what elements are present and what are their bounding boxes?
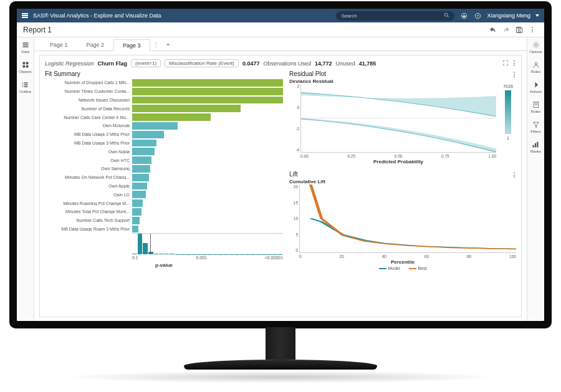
rail-ranks[interactable]: Ranks bbox=[530, 141, 541, 153]
lift-chart[interactable]: 20151050 bbox=[299, 184, 516, 253]
fit-bar-row[interactable]: Number of Data Records bbox=[45, 104, 283, 113]
rail-actions[interactable]: Actions bbox=[530, 81, 542, 93]
fit-bar-row[interactable]: Own Motorola bbox=[45, 122, 283, 130]
redo-button[interactable] bbox=[501, 24, 512, 36]
fit-bar-label: Own Motorola bbox=[45, 123, 132, 128]
svg-point-19 bbox=[534, 44, 537, 47]
fit-bar-row[interactable]: Own Samsung bbox=[45, 165, 283, 173]
fit-bar-label: Minutes On Network Pct Chang... bbox=[45, 175, 132, 179]
user-menu[interactable]: Xiangxiang Meng bbox=[487, 12, 530, 19]
fit-bar-label: Minutes Total Pct Change Mont... bbox=[45, 209, 132, 214]
fit-bar-row[interactable]: Number Calls Tech Support bbox=[45, 216, 283, 225]
svg-point-12 bbox=[22, 82, 24, 84]
fit-bar-row[interactable]: Minutes Total Pct Change Mont... bbox=[45, 208, 283, 216]
app-title: SAS® Visual Analytics - Explore and Visu… bbox=[33, 12, 161, 19]
rail-filters[interactable]: Filters bbox=[530, 121, 540, 133]
page-tabs: Page 1Page 2Page 3⋮+ bbox=[34, 37, 527, 51]
svg-point-20 bbox=[535, 62, 537, 65]
lift-legend: ModelBest bbox=[289, 266, 516, 270]
rail-rules[interactable]: Rules bbox=[531, 101, 540, 113]
add-tab-button[interactable]: + bbox=[161, 38, 175, 50]
tab-page-1[interactable]: Page 1 bbox=[41, 39, 77, 50]
fit-bar-row[interactable]: Own Nokia bbox=[45, 147, 283, 156]
tab-menu-button[interactable]: ⋮ bbox=[150, 39, 161, 50]
more-button[interactable] bbox=[527, 24, 538, 36]
fit-bar-label: Own Apple bbox=[45, 184, 132, 188]
rail-objects[interactable]: Objects bbox=[19, 61, 31, 74]
fit-bar-row[interactable]: Own Apple bbox=[45, 182, 283, 191]
svg-point-0 bbox=[445, 13, 448, 16]
event-selector[interactable]: (event=1) bbox=[131, 59, 161, 67]
svg-rect-11 bbox=[26, 65, 28, 68]
svg-rect-6 bbox=[22, 44, 28, 45]
search-icon bbox=[444, 12, 449, 19]
svg-rect-25 bbox=[535, 143, 536, 148]
fit-bar-label: Number Times Customer Conta... bbox=[45, 89, 132, 93]
fit-bar-row[interactable]: Number of Dropped Calls 1 Mth... bbox=[45, 79, 283, 87]
svg-text:?: ? bbox=[477, 14, 479, 17]
search-placeholder: Search bbox=[341, 13, 357, 19]
lift-menu-button[interactable] bbox=[512, 171, 516, 184]
model-target: Churn Flag bbox=[98, 60, 128, 67]
right-rail: OptionsRolesActionsRulesFiltersRanks bbox=[527, 37, 544, 321]
report-title: Report 1 bbox=[23, 26, 52, 34]
fit-bar-row[interactable]: Own HTC bbox=[45, 156, 283, 165]
svg-point-14 bbox=[22, 84, 24, 85]
fit-bar-row[interactable]: Number Times Customer Conta... bbox=[45, 87, 283, 96]
fit-bar-row[interactable]: Number Calls Care Center 6 Mo... bbox=[45, 113, 283, 122]
report-header: Report 1 bbox=[17, 22, 544, 37]
obs-used-label: Observations Used bbox=[264, 60, 312, 67]
legend-item: Best bbox=[409, 266, 427, 270]
lift-subtitle: Cumulative Lift bbox=[289, 179, 325, 184]
svg-rect-7 bbox=[22, 46, 28, 47]
panel-menu-button[interactable] bbox=[512, 59, 516, 67]
rail-outline[interactable]: Outline bbox=[19, 81, 31, 93]
fit-bar-row[interactable]: Network Issues Discussed bbox=[45, 96, 283, 105]
save-button[interactable] bbox=[514, 24, 525, 36]
tab-page-3[interactable]: Page 3 bbox=[113, 39, 150, 51]
svg-rect-8 bbox=[22, 62, 25, 65]
fit-bar-row[interactable]: Minutes On Network Pct Chang... bbox=[45, 173, 283, 182]
fit-bar-row[interactable]: Own LG bbox=[45, 190, 283, 199]
svg-rect-5 bbox=[22, 42, 28, 44]
unused-label: Unused bbox=[336, 60, 355, 67]
tab-page-2[interactable]: Page 2 bbox=[77, 39, 114, 50]
fit-summary-title: Fit Summary bbox=[45, 70, 283, 77]
rail-roles[interactable]: Roles bbox=[531, 61, 540, 74]
residual-menu-button[interactable] bbox=[512, 70, 516, 84]
fit-histogram bbox=[132, 233, 283, 254]
fit-summary-chart[interactable]: Number of Dropped Calls 1 Mth...Number T… bbox=[45, 79, 283, 313]
lift-xlabel: Percentile bbox=[289, 259, 516, 265]
rail-options[interactable]: Options bbox=[529, 41, 542, 54]
metric-value: 0.0477 bbox=[242, 60, 260, 67]
fit-bar-row[interactable]: MB Data Usage 3 Mths Prior bbox=[45, 139, 283, 148]
svg-rect-9 bbox=[26, 62, 28, 65]
fit-bar-row[interactable]: MB Data Usage Roam 3 Mths Prior bbox=[45, 225, 283, 234]
fit-xlabel: p-value bbox=[45, 262, 283, 268]
help-icon[interactable]: ? bbox=[473, 11, 482, 20]
unused-value: 41,785 bbox=[359, 60, 376, 67]
metric-selector[interactable]: Misclassification Rate (Event) bbox=[165, 59, 239, 67]
residual-plot[interactable]: 20-2-4 bbox=[300, 84, 496, 153]
fit-bar-label: Own HTC bbox=[45, 158, 132, 163]
fit-bar-label: Number Calls Care Center 6 Mo... bbox=[45, 115, 132, 120]
left-rail: DataObjectsOutline bbox=[17, 37, 34, 321]
legend-item: Model bbox=[379, 266, 400, 270]
menu-icon[interactable] bbox=[22, 13, 28, 18]
fit-bar-label: Number of Dropped Calls 1 Mth... bbox=[45, 80, 132, 85]
expand-icon[interactable] bbox=[502, 60, 509, 67]
svg-rect-24 bbox=[533, 145, 534, 148]
fit-bar-label: Own LG bbox=[45, 193, 132, 197]
svg-point-16 bbox=[22, 86, 24, 87]
legend-max: 7628 bbox=[503, 84, 513, 88]
fit-bar-row[interactable]: MB Data Usage 2 Mths Prior bbox=[45, 130, 283, 139]
gradient-bar bbox=[505, 90, 511, 134]
rail-data[interactable]: Data bbox=[21, 41, 29, 54]
fit-bar-label: Own Nokia bbox=[45, 150, 132, 154]
undo-button[interactable] bbox=[487, 24, 499, 36]
home-icon[interactable] bbox=[459, 11, 468, 20]
search-input[interactable]: Search bbox=[336, 11, 454, 21]
fit-bar-row[interactable]: Minutes Roaming Pct Change M... bbox=[45, 199, 283, 208]
fit-bar-label: MB Data Usage Roam 3 Mths Prior bbox=[45, 227, 132, 231]
residual-plot-title: Residual Plot bbox=[289, 70, 333, 77]
